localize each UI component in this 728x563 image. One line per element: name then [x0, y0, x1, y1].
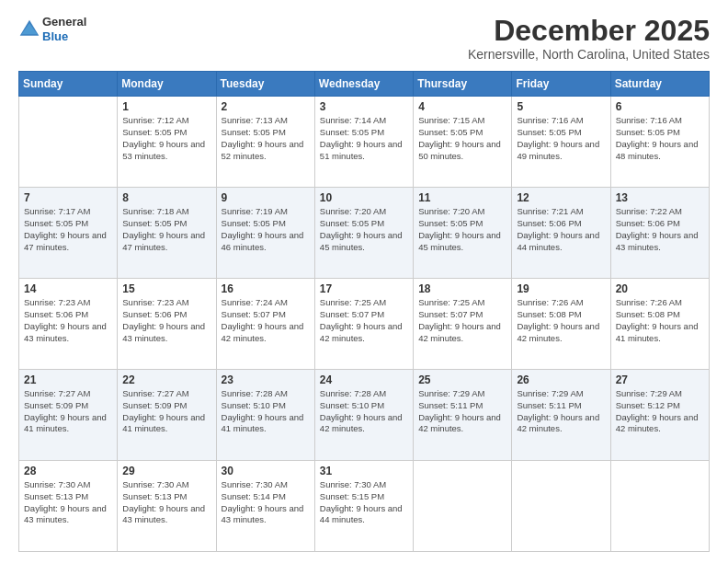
table-row: 29Sunrise: 7:30 AMSunset: 5:13 PMDayligh…: [118, 461, 216, 552]
day-info: Sunrise: 7:28 AMSunset: 5:10 PMDaylight:…: [320, 388, 408, 435]
table-row: 10Sunrise: 7:20 AMSunset: 5:05 PMDayligh…: [314, 188, 413, 279]
day-info: Sunrise: 7:30 AMSunset: 5:13 PMDaylight:…: [24, 479, 112, 526]
logo: General Blue: [18, 15, 86, 43]
logo-general: General: [42, 15, 86, 29]
calendar-header-row: Sunday Monday Tuesday Wednesday Thursday…: [19, 72, 710, 97]
table-row: 21Sunrise: 7:27 AMSunset: 5:09 PMDayligh…: [19, 370, 118, 461]
day-info: Sunrise: 7:24 AMSunset: 5:07 PMDaylight:…: [222, 297, 310, 344]
day-info: Sunrise: 7:19 AMSunset: 5:05 PMDaylight:…: [222, 206, 310, 253]
logo-text: General Blue: [42, 15, 86, 43]
table-row: 3Sunrise: 7:14 AMSunset: 5:05 PMDaylight…: [314, 97, 413, 188]
day-number: 29: [122, 465, 210, 477]
day-info: Sunrise: 7:29 AMSunset: 5:12 PMDaylight:…: [616, 388, 704, 435]
table-row: 20Sunrise: 7:26 AMSunset: 5:08 PMDayligh…: [610, 279, 709, 370]
day-number: 27: [616, 373, 704, 386]
calendar-week-2: 7Sunrise: 7:17 AMSunset: 5:05 PMDaylight…: [19, 188, 710, 279]
day-number: 8: [122, 191, 210, 204]
day-number: 24: [320, 373, 408, 386]
calendar-week-4: 21Sunrise: 7:27 AMSunset: 5:09 PMDayligh…: [19, 370, 710, 461]
table-row: [512, 461, 610, 552]
day-number: 18: [418, 282, 506, 295]
table-row: 25Sunrise: 7:29 AMSunset: 5:11 PMDayligh…: [414, 370, 512, 461]
day-number: 6: [616, 100, 704, 113]
day-number: 20: [616, 282, 704, 295]
col-friday: Friday: [512, 72, 610, 97]
day-info: Sunrise: 7:28 AMSunset: 5:10 PMDaylight:…: [222, 388, 310, 435]
day-info: Sunrise: 7:23 AMSunset: 5:06 PMDaylight:…: [122, 297, 210, 344]
day-info: Sunrise: 7:13 AMSunset: 5:05 PMDaylight:…: [222, 115, 310, 162]
col-tuesday: Tuesday: [216, 72, 314, 97]
day-info: Sunrise: 7:21 AMSunset: 5:06 PMDaylight:…: [517, 206, 605, 253]
day-number: 16: [222, 282, 310, 295]
table-row: 26Sunrise: 7:29 AMSunset: 5:11 PMDayligh…: [512, 370, 610, 461]
day-info: Sunrise: 7:27 AMSunset: 5:09 PMDaylight:…: [24, 388, 112, 435]
table-row: 16Sunrise: 7:24 AMSunset: 5:07 PMDayligh…: [216, 279, 314, 370]
col-saturday: Saturday: [610, 72, 709, 97]
logo-icon: [18, 18, 40, 40]
location: Kernersville, North Carolina, United Sta…: [468, 47, 710, 62]
table-row: 22Sunrise: 7:27 AMSunset: 5:09 PMDayligh…: [118, 370, 216, 461]
day-info: Sunrise: 7:25 AMSunset: 5:07 PMDaylight:…: [418, 297, 506, 344]
day-number: 1: [122, 100, 210, 113]
col-sunday: Sunday: [19, 72, 118, 97]
table-row: 7Sunrise: 7:17 AMSunset: 5:05 PMDaylight…: [19, 188, 118, 279]
day-info: Sunrise: 7:26 AMSunset: 5:08 PMDaylight:…: [616, 297, 704, 344]
table-row: 17Sunrise: 7:25 AMSunset: 5:07 PMDayligh…: [314, 279, 413, 370]
title-section: December 2025 Kernersville, North Caroli…: [468, 15, 710, 62]
table-row: 31Sunrise: 7:30 AMSunset: 5:15 PMDayligh…: [314, 461, 413, 552]
calendar-week-5: 28Sunrise: 7:30 AMSunset: 5:13 PMDayligh…: [19, 461, 710, 552]
table-row: 23Sunrise: 7:28 AMSunset: 5:10 PMDayligh…: [216, 370, 314, 461]
day-number: 4: [418, 100, 506, 113]
table-row: 4Sunrise: 7:15 AMSunset: 5:05 PMDaylight…: [414, 97, 512, 188]
day-number: 26: [517, 373, 605, 386]
logo-blue: Blue: [42, 29, 86, 44]
calendar-week-1: 1Sunrise: 7:12 AMSunset: 5:05 PMDaylight…: [19, 97, 710, 188]
header: General Blue December 2025 Kernersville,…: [18, 15, 710, 62]
table-row: 12Sunrise: 7:21 AMSunset: 5:06 PMDayligh…: [512, 188, 610, 279]
table-row: 18Sunrise: 7:25 AMSunset: 5:07 PMDayligh…: [414, 279, 512, 370]
day-info: Sunrise: 7:23 AMSunset: 5:06 PMDaylight:…: [24, 297, 112, 344]
table-row: 19Sunrise: 7:26 AMSunset: 5:08 PMDayligh…: [512, 279, 610, 370]
day-number: 25: [418, 373, 506, 386]
day-number: 12: [517, 191, 605, 204]
day-info: Sunrise: 7:18 AMSunset: 5:05 PMDaylight:…: [122, 206, 210, 253]
day-number: 30: [222, 465, 310, 477]
day-number: 19: [517, 282, 605, 295]
table-row: 2Sunrise: 7:13 AMSunset: 5:05 PMDaylight…: [216, 97, 314, 188]
table-row: 5Sunrise: 7:16 AMSunset: 5:05 PMDaylight…: [512, 97, 610, 188]
table-row: [414, 461, 512, 552]
day-info: Sunrise: 7:25 AMSunset: 5:07 PMDaylight:…: [320, 297, 408, 344]
table-row: 1Sunrise: 7:12 AMSunset: 5:05 PMDaylight…: [118, 97, 216, 188]
svg-marker-1: [21, 23, 37, 34]
page-container: General Blue December 2025 Kernersville,…: [0, 0, 728, 563]
table-row: 8Sunrise: 7:18 AMSunset: 5:05 PMDaylight…: [118, 188, 216, 279]
table-row: [19, 97, 118, 188]
day-info: Sunrise: 7:30 AMSunset: 5:15 PMDaylight:…: [320, 479, 408, 526]
day-info: Sunrise: 7:29 AMSunset: 5:11 PMDaylight:…: [517, 388, 605, 435]
day-number: 10: [320, 191, 408, 204]
day-info: Sunrise: 7:16 AMSunset: 5:05 PMDaylight:…: [517, 115, 605, 162]
day-info: Sunrise: 7:17 AMSunset: 5:05 PMDaylight:…: [24, 206, 112, 253]
col-wednesday: Wednesday: [314, 72, 413, 97]
day-number: 17: [320, 282, 408, 295]
day-info: Sunrise: 7:27 AMSunset: 5:09 PMDaylight:…: [122, 388, 210, 435]
table-row: 24Sunrise: 7:28 AMSunset: 5:10 PMDayligh…: [314, 370, 413, 461]
day-info: Sunrise: 7:26 AMSunset: 5:08 PMDaylight:…: [517, 297, 605, 344]
day-info: Sunrise: 7:12 AMSunset: 5:05 PMDaylight:…: [122, 115, 210, 162]
table-row: 15Sunrise: 7:23 AMSunset: 5:06 PMDayligh…: [118, 279, 216, 370]
day-number: 11: [418, 191, 506, 204]
day-info: Sunrise: 7:20 AMSunset: 5:05 PMDaylight:…: [320, 206, 408, 253]
calendar-week-3: 14Sunrise: 7:23 AMSunset: 5:06 PMDayligh…: [19, 279, 710, 370]
table-row: 28Sunrise: 7:30 AMSunset: 5:13 PMDayligh…: [19, 461, 118, 552]
day-number: 9: [222, 191, 310, 204]
table-row: 6Sunrise: 7:16 AMSunset: 5:05 PMDaylight…: [610, 97, 709, 188]
day-info: Sunrise: 7:30 AMSunset: 5:13 PMDaylight:…: [122, 479, 210, 526]
day-number: 7: [24, 191, 112, 204]
day-info: Sunrise: 7:22 AMSunset: 5:06 PMDaylight:…: [616, 206, 704, 253]
day-number: 15: [122, 282, 210, 295]
day-info: Sunrise: 7:16 AMSunset: 5:05 PMDaylight:…: [616, 115, 704, 162]
calendar-table: Sunday Monday Tuesday Wednesday Thursday…: [18, 71, 710, 552]
table-row: 9Sunrise: 7:19 AMSunset: 5:05 PMDaylight…: [216, 188, 314, 279]
day-number: 23: [222, 373, 310, 386]
table-row: 11Sunrise: 7:20 AMSunset: 5:05 PMDayligh…: [414, 188, 512, 279]
